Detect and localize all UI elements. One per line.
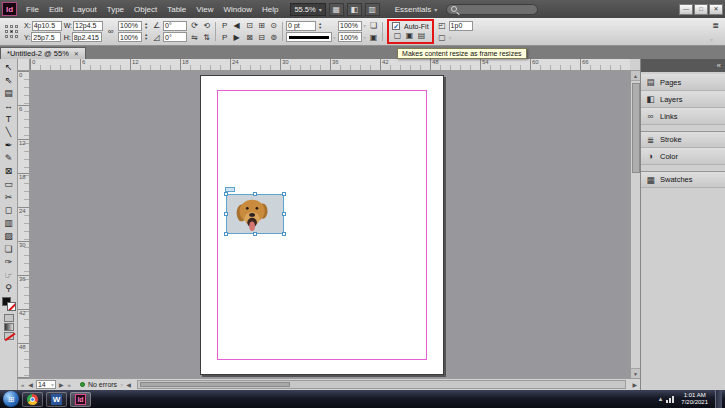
corner-radius-field[interactable]: 1p0 bbox=[449, 21, 473, 31]
pasteboard[interactable] bbox=[30, 71, 630, 378]
stroke-type-dropdown[interactable] bbox=[286, 32, 332, 42]
effects-button[interactable]: ▣ bbox=[368, 32, 379, 43]
autofit-checkbox[interactable]: ✓ bbox=[392, 22, 400, 30]
drop-shadow-button[interactable]: ❏ bbox=[368, 20, 379, 31]
scroll-down-button[interactable]: ▼ bbox=[631, 368, 641, 378]
resize-handle[interactable] bbox=[253, 232, 257, 236]
panel-pages[interactable]: ▤ Pages bbox=[641, 74, 725, 91]
gradient-swatch-tool[interactable]: ▥ bbox=[1, 216, 17, 229]
menu-layout[interactable]: Layout bbox=[68, 3, 102, 16]
scissors-tool[interactable]: ✂ bbox=[1, 190, 17, 203]
zoom-level-dropdown[interactable]: 55.5% ▾ bbox=[290, 3, 325, 16]
opacity-field[interactable]: 100% bbox=[338, 21, 362, 31]
selection-tool[interactable]: ↖ bbox=[1, 60, 17, 73]
document-tab[interactable]: *Untitled-2 @ 55% ✕ bbox=[0, 47, 86, 59]
page-number-dropdown[interactable]: 14 ▾ bbox=[36, 380, 56, 389]
shear-angle-field[interactable]: 0° bbox=[163, 32, 187, 42]
vertical-scroll-thumb[interactable] bbox=[632, 83, 640, 173]
stroke-color-swatch[interactable] bbox=[7, 302, 16, 311]
flip-vertical-button[interactable]: ⇅ bbox=[201, 32, 212, 43]
text-wrap-object-button[interactable]: ▤ bbox=[416, 30, 427, 41]
stroke-weight-stepper[interactable]: ▴▾ bbox=[317, 22, 323, 30]
taskbar-indesign[interactable]: Id bbox=[70, 392, 91, 407]
text-wrap-bounding-box-button[interactable]: ▣ bbox=[404, 30, 415, 41]
height-field[interactable]: 8p2.415 bbox=[72, 32, 102, 42]
menu-file[interactable]: File bbox=[21, 3, 44, 16]
x-field[interactable]: 4p10.5 bbox=[32, 21, 62, 31]
corner-shape-dropdown[interactable]: ▢ bbox=[437, 32, 448, 43]
zoom-tool[interactable]: ⚲ bbox=[1, 281, 17, 294]
gap-tool[interactable]: ↔ bbox=[1, 99, 17, 112]
note-tool[interactable]: ❏ bbox=[1, 242, 17, 255]
eyedropper-tool[interactable]: ✑ bbox=[1, 255, 17, 268]
taskbar-chrome[interactable] bbox=[22, 392, 43, 407]
object-style-button[interactable]: P bbox=[219, 20, 230, 31]
constrain-dimensions-link-icon[interactable]: ∞ bbox=[105, 26, 116, 37]
search-input[interactable] bbox=[460, 6, 533, 13]
menu-edit[interactable]: Edit bbox=[44, 3, 68, 16]
minimize-button[interactable]: — bbox=[679, 4, 693, 15]
apply-none-button[interactable] bbox=[4, 332, 14, 340]
tab-close-icon[interactable]: ✕ bbox=[74, 50, 79, 57]
reference-point-proxy[interactable] bbox=[5, 25, 19, 39]
gradient-feather-tool[interactable]: ▨ bbox=[1, 229, 17, 242]
flip-horizontal-button[interactable]: ⇋ bbox=[189, 32, 200, 43]
scroll-up-button[interactable]: ▲ bbox=[631, 71, 641, 81]
center-content-button[interactable]: ⊙ bbox=[268, 20, 279, 31]
scale-y-stepper[interactable]: ▴▾ bbox=[143, 33, 149, 41]
panel-swatches[interactable]: ▦ Swatches bbox=[641, 171, 725, 188]
previous-page-button[interactable]: ◀ bbox=[27, 381, 34, 388]
apply-color-button[interactable] bbox=[4, 314, 14, 322]
start-button[interactable]: ⊞ bbox=[3, 391, 19, 407]
fill-stroke-control[interactable] bbox=[2, 297, 16, 311]
stroke-weight-field[interactable]: 0 pt bbox=[286, 21, 316, 31]
vertical-ruler[interactable]: 0612182430364248 bbox=[18, 71, 30, 378]
expand-panels-icon[interactable]: « bbox=[717, 61, 721, 70]
scroll-right-button[interactable]: ▶ bbox=[631, 381, 638, 388]
menu-help[interactable]: Help bbox=[257, 3, 283, 16]
resize-handle[interactable] bbox=[224, 192, 228, 196]
select-previous-object-button[interactable]: ◀ bbox=[231, 20, 242, 31]
menu-view[interactable]: View bbox=[191, 3, 218, 16]
rectangle-tool[interactable]: ▭ bbox=[1, 177, 17, 190]
close-button[interactable]: ✕ bbox=[709, 4, 723, 15]
free-transform-tool[interactable]: ◻ bbox=[1, 203, 17, 216]
pen-tool[interactable]: ✒ bbox=[1, 138, 17, 151]
rotation-angle-field[interactable]: 0° bbox=[163, 21, 187, 31]
text-wrap-none-button[interactable]: ▢ bbox=[392, 30, 403, 41]
resize-handle[interactable] bbox=[224, 212, 228, 216]
selected-image-frame[interactable] bbox=[226, 194, 284, 234]
y-field[interactable]: 25p7.5 bbox=[31, 32, 61, 42]
page-tool[interactable]: ▤ bbox=[1, 86, 17, 99]
horizontal-ruler[interactable]: 0612182430364248546066 bbox=[30, 59, 630, 71]
menu-window[interactable]: Window bbox=[219, 3, 257, 16]
taskbar-word[interactable]: W bbox=[46, 392, 67, 407]
panel-stroke[interactable]: ≣ Stroke bbox=[641, 131, 725, 148]
screen-mode-button[interactable]: ◧ bbox=[347, 3, 362, 16]
control-panel-menu-icon[interactable]: ≣ bbox=[710, 20, 721, 31]
corner-options-icon[interactable]: ◰ bbox=[437, 20, 448, 31]
network-icon[interactable] bbox=[666, 395, 674, 403]
preflight-status[interactable]: No errors ▾ bbox=[80, 381, 123, 388]
taskbar-clock[interactable]: 1:01 AM 7/20/2021 bbox=[678, 392, 711, 406]
vertical-scrollbar[interactable]: ▲ ▼ bbox=[630, 71, 640, 378]
rotate-90-ccw-button[interactable]: ⟲ bbox=[201, 20, 212, 31]
resize-handle[interactable] bbox=[282, 232, 286, 236]
menu-table[interactable]: Table bbox=[162, 3, 191, 16]
hand-tool[interactable]: ☞ bbox=[1, 268, 17, 281]
indesign-logo-icon[interactable]: Id bbox=[2, 2, 17, 16]
direct-selection-tool[interactable]: ⇖ bbox=[1, 73, 17, 86]
fill-frame-proportionally-button[interactable]: ⊠ bbox=[244, 32, 255, 43]
scroll-left-button[interactable]: ◀ bbox=[125, 381, 132, 388]
scale-y-field[interactable]: 100% bbox=[118, 32, 142, 42]
fit-content-proportionally-button[interactable]: ⊟ bbox=[256, 32, 267, 43]
panel-layers[interactable]: ◧ Layers bbox=[641, 91, 725, 108]
panel-links[interactable]: ∞ Links bbox=[641, 108, 725, 125]
resize-handle[interactable] bbox=[282, 212, 286, 216]
opacity-field-row2[interactable]: 100% bbox=[338, 32, 362, 42]
scale-x-field[interactable]: 100% bbox=[118, 21, 142, 31]
next-page-button[interactable]: ▶ bbox=[58, 381, 65, 388]
rotate-90-cw-button[interactable]: ⟳ bbox=[189, 20, 200, 31]
restore-button[interactable]: □ bbox=[694, 4, 708, 15]
menu-type[interactable]: Type bbox=[102, 3, 129, 16]
